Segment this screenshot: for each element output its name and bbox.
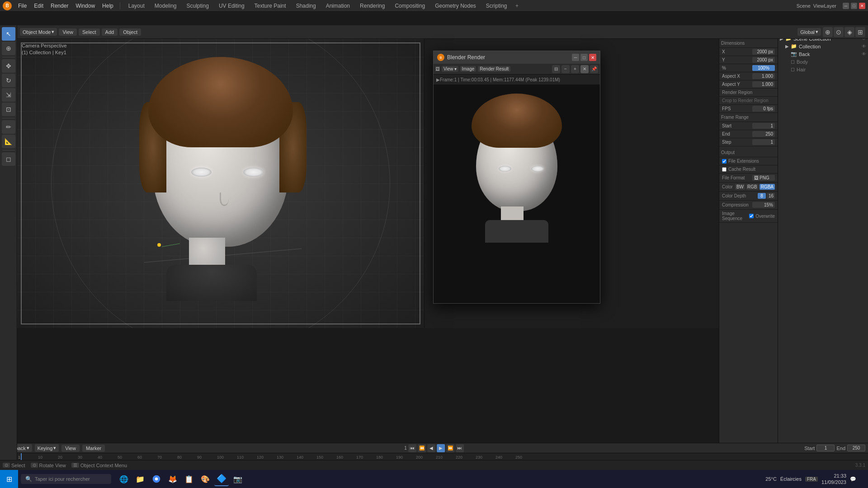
tab-rendering[interactable]: Rendering [355, 1, 389, 11]
transform-tool[interactable]: ⊡ [2, 103, 15, 116]
taskbar-app8-icon[interactable]: 📷 [231, 472, 245, 486]
tab-uv-editing[interactable]: UV Editing [214, 1, 249, 11]
render-image-dropdown[interactable]: Image [460, 66, 476, 72]
measure-tool[interactable]: 📐 [2, 135, 15, 148]
depth-8-btn[interactable]: 8 [758, 193, 766, 199]
play-reverse-btn[interactable]: ◀ [427, 444, 435, 452]
taskbar-blender-icon[interactable]: 🔷 [214, 472, 229, 486]
main-viewport[interactable]: Camera Perspective (1) Collection | Key1 [17, 39, 424, 328]
minimize-button[interactable]: ─ [843, 3, 849, 9]
render-view-dropdown[interactable]: View ▾ [442, 66, 458, 72]
menu-window[interactable]: Window [73, 2, 98, 10]
menu-help[interactable]: Help [99, 2, 116, 10]
annotate-tool[interactable]: ✏ [2, 120, 15, 134]
render-extra-btn[interactable]: ✕ [580, 65, 589, 73]
rotate-tool[interactable]: ↻ [2, 74, 15, 87]
keying-dropdown[interactable]: Keying ▾ [35, 444, 59, 452]
depth-16-btn[interactable]: 16 [767, 193, 775, 199]
tab-geometry-nodes[interactable]: Geometry Nodes [430, 1, 481, 11]
taskbar-firefox-icon[interactable]: 🦊 [165, 472, 180, 486]
outliner-item-4[interactable]: ◻ Hair [778, 66, 868, 73]
taskbar-app5-icon[interactable]: 📋 [182, 472, 196, 486]
tab-scripting[interactable]: Scripting [481, 1, 512, 11]
jump-start-btn[interactable]: ⏮ [408, 444, 416, 452]
menu-render[interactable]: Render [48, 2, 71, 10]
menu-file[interactable]: File [15, 2, 29, 10]
frame-step-value[interactable]: 1 [752, 139, 775, 145]
fps-value[interactable]: 0 fps [752, 106, 775, 112]
start-button[interactable]: ⊞ [0, 470, 18, 488]
tab-shading[interactable]: Shading [292, 1, 321, 11]
toolbar-icon-1[interactable]: ⊕ [823, 27, 833, 37]
move-tool[interactable]: ✥ [2, 59, 15, 73]
taskbar-edge-icon[interactable]: 🌐 [117, 472, 131, 486]
file-extensions-checkbox[interactable] [722, 159, 726, 164]
add-workspace-button[interactable]: + [513, 1, 522, 10]
jump-end-btn[interactable]: ⏭ [456, 444, 464, 452]
timeline-view-btn[interactable]: View [61, 445, 80, 452]
color-rgb-btn[interactable]: RGB [746, 184, 759, 190]
outliner-back[interactable]: 📷 Back 👁 [778, 50, 868, 58]
taskbar-chrome-icon[interactable] [149, 472, 164, 486]
close-button[interactable]: ✕ [859, 3, 865, 9]
select-menu[interactable]: Select [79, 28, 100, 36]
cursor-tool[interactable]: ⊕ [2, 42, 15, 55]
notification-icon[interactable]: 💬 [850, 476, 856, 482]
overwrite-checkbox[interactable] [749, 214, 754, 218]
step-fwd-btn[interactable]: ⏩ [446, 444, 454, 452]
frame-start-value[interactable]: 1 [752, 123, 775, 129]
render-window[interactable]: B Blender Render ─ □ ✕ 🖼 View ▾ Image Re… [433, 51, 600, 304]
maximize-button[interactable]: □ [851, 3, 857, 9]
current-frame-input[interactable]: 1 [404, 446, 407, 450]
select-tool[interactable]: ↖ [2, 27, 15, 41]
taskbar-search-box[interactable]: 🔍 Taper ici pour rechercher [21, 474, 111, 484]
color-bw-btn[interactable]: BW [735, 184, 745, 190]
render-zoom-out[interactable]: − [561, 65, 570, 73]
end-frame-input[interactable] [847, 445, 865, 451]
outliner-item-3[interactable]: ◻ Body [778, 58, 868, 66]
render-result-dropdown[interactable]: Render Result [478, 66, 510, 72]
file-format-value[interactable]: 🖼 PNG [752, 175, 775, 181]
outliner-collection[interactable]: ▶ 📁 Collection 👁 [778, 42, 868, 50]
render-zoom-fit[interactable]: ⊟ [552, 65, 560, 73]
render-minimize-btn[interactable]: ─ [572, 54, 579, 61]
add-menu[interactable]: Add [102, 28, 118, 36]
taskbar-app6-icon[interactable]: 🎨 [198, 472, 212, 486]
render-maximize-btn[interactable]: □ [580, 54, 588, 61]
aspect-y-value[interactable]: 1.000 [752, 81, 775, 87]
toolbar-icon-4[interactable]: ⊞ [855, 27, 865, 37]
step-back-btn[interactable]: ⏪ [418, 444, 426, 452]
mode-dropdown[interactable]: Object Mode ▾ [20, 28, 57, 36]
taskbar-explorer-icon[interactable]: 📁 [133, 472, 147, 486]
menu-edit[interactable]: Edit [31, 2, 46, 10]
tab-compositing[interactable]: Compositing [390, 1, 429, 11]
compression-value[interactable]: 15% [752, 202, 775, 208]
tab-sculpting[interactable]: Sculpting [182, 1, 213, 11]
view-menu[interactable]: View [59, 28, 77, 36]
global-dropdown[interactable]: Global ▾ [797, 28, 821, 36]
add-primitive-tool[interactable]: ◻ [2, 152, 15, 166]
render-zoom-in[interactable]: + [571, 65, 579, 73]
width-value[interactable]: 2000 px [752, 49, 775, 55]
tab-modeling[interactable]: Modeling [150, 1, 181, 11]
outliner-eye-icon-3[interactable]: 👁 [862, 52, 866, 56]
frame-end-value[interactable]: 250 [752, 131, 775, 137]
outliner-eye-icon-2[interactable]: 👁 [862, 44, 866, 49]
percentage-value[interactable]: 100% [752, 65, 775, 71]
render-pin-btn[interactable]: 📌 [590, 65, 598, 73]
toolbar-icon-2[interactable]: ⊙ [834, 27, 844, 37]
start-frame-input[interactable] [816, 445, 835, 451]
tab-animation[interactable]: Animation [321, 1, 354, 11]
height-value[interactable]: 2000 px [752, 57, 775, 63]
scale-tool[interactable]: ⇲ [2, 88, 15, 102]
cache-result-checkbox[interactable] [722, 167, 726, 172]
keyboard-lang[interactable]: FRA [805, 477, 818, 482]
tab-layout[interactable]: Layout [124, 1, 149, 11]
play-btn[interactable]: ▶ [437, 444, 445, 452]
render-close-btn[interactable]: ✕ [589, 54, 596, 61]
timeline-marker-btn[interactable]: Marker [82, 445, 105, 452]
blender-logo[interactable]: B [3, 1, 12, 10]
toolbar-icon-3[interactable]: ◈ [844, 27, 854, 37]
tab-texture-paint[interactable]: Texture Paint [250, 1, 291, 11]
object-menu[interactable]: Object [119, 28, 141, 36]
